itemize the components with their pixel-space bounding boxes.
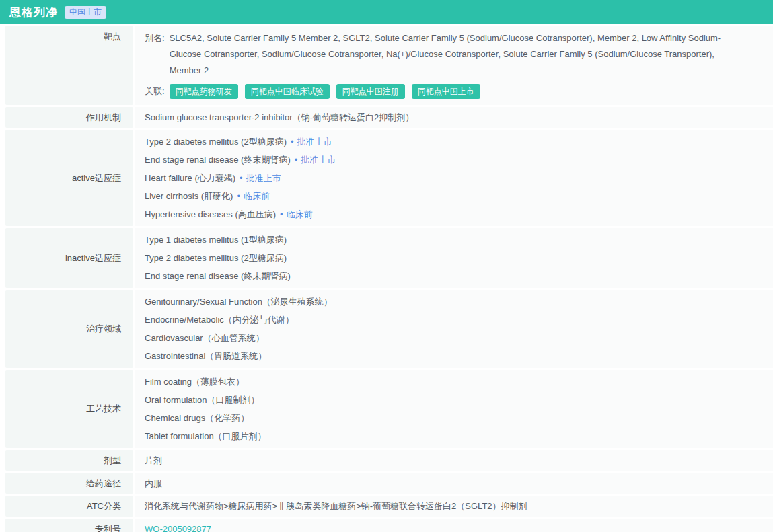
- row-content: Sodium glucose transporter-2 inhibitor（钠…: [135, 107, 773, 128]
- row-label: 治疗领域: [5, 290, 133, 368]
- row-label: inactive适应症: [5, 228, 133, 288]
- row-label: 剂型: [5, 450, 133, 471]
- indication-item: Liver cirrhosis (肝硬化)•临床前: [145, 187, 746, 205]
- info-row: 治疗领域Genitourinary/Sexual Function（泌尿生殖系统…: [0, 290, 773, 368]
- info-row: 专利号WO-2005092877: [0, 519, 773, 532]
- info-row: active适应症Type 2 diabetes mellitus (2型糖尿病…: [0, 130, 773, 226]
- alias-label: 别名:: [145, 30, 165, 79]
- list-item: End stage renal disease (终末期肾病): [145, 267, 746, 285]
- list-item: Cardiovascular（心血管系统）: [145, 329, 746, 347]
- info-row: 给药途径内服: [0, 473, 773, 494]
- alias-value: SLC5A2, Solute Carrier Family 5 Member 2…: [170, 30, 746, 79]
- bullet-separator: •: [291, 137, 294, 147]
- row-value: 内服: [145, 474, 746, 492]
- indication-text: Type 2 diabetes mellitus (2型糖尿病): [145, 137, 287, 147]
- row-label: 靶点: [5, 26, 133, 105]
- patent-link[interactable]: WO-2005092877: [145, 520, 746, 532]
- row-content: Film coating（薄膜包衣）Oral formulation（口服制剂）…: [135, 370, 773, 448]
- list-item: Chemical drugs（化学药）: [145, 409, 746, 427]
- list-item: Oral formulation（口服制剂）: [145, 391, 746, 409]
- row-label: 工艺技术: [5, 370, 133, 448]
- related-target-button[interactable]: 同靶点中国上市: [412, 84, 480, 99]
- row-content: Genitourinary/Sexual Function（泌尿生殖系统）End…: [135, 290, 773, 368]
- list-item: Type 2 diabetes mellitus (2型糖尿病): [145, 249, 746, 267]
- row-label: 给药途径: [5, 473, 133, 494]
- info-row: 作用机制Sodium glucose transporter-2 inhibit…: [0, 107, 773, 128]
- indication-item: Type 2 diabetes mellitus (2型糖尿病)•批准上市: [145, 132, 746, 151]
- bullet-separator: •: [280, 209, 283, 219]
- status-link[interactable]: 批准上市: [297, 137, 332, 147]
- info-row: 靶点别名:SLC5A2, Solute Carrier Family 5 Mem…: [0, 26, 773, 105]
- related-target-button[interactable]: 同靶点药物研发: [170, 84, 238, 99]
- status-link[interactable]: 临床前: [244, 191, 270, 201]
- related-target-button[interactable]: 同靶点中国注册: [336, 84, 405, 99]
- row-label: active适应症: [5, 130, 133, 226]
- status-link[interactable]: 临床前: [287, 209, 313, 219]
- drug-name-title: 恩格列净: [9, 5, 58, 20]
- row-label: ATC分类: [5, 496, 133, 517]
- indication-text: End stage renal disease (终末期肾病): [145, 155, 291, 165]
- market-status-badge: 中国上市: [65, 6, 106, 19]
- bullet-separator: •: [237, 191, 240, 201]
- row-content: 片剂: [135, 450, 773, 471]
- drug-info-table: 靶点别名:SLC5A2, Solute Carrier Family 5 Mem…: [0, 24, 773, 532]
- row-value: 消化系统与代谢药物>糖尿病用药>非胰岛素类降血糖药>钠-葡萄糖联合转运蛋白2（S…: [145, 497, 746, 515]
- alias-line: 别名:SLC5A2, Solute Carrier Family 5 Membe…: [145, 30, 746, 79]
- status-link[interactable]: 批准上市: [301, 155, 336, 165]
- indication-text: Hypertensive diseases (高血压病): [145, 209, 276, 219]
- row-content: WO-2005092877: [135, 519, 773, 532]
- row-content: 消化系统与代谢药物>糖尿病用药>非胰岛素类降血糖药>钠-葡萄糖联合转运蛋白2（S…: [135, 496, 773, 517]
- indication-text: Liver cirrhosis (肝硬化): [145, 191, 233, 201]
- status-link[interactable]: 批准上市: [246, 173, 281, 183]
- indication-item: Hypertensive diseases (高血压病)•临床前: [145, 205, 746, 223]
- related-target-button[interactable]: 同靶点中国临床试验: [245, 84, 330, 99]
- list-item: Film coating（薄膜包衣）: [145, 373, 746, 391]
- list-item: Endocrine/Metabolic（内分泌与代谢）: [145, 311, 746, 329]
- row-value: 片剂: [145, 451, 746, 469]
- relation-line: 关联:同靶点药物研发同靶点中国临床试验同靶点中国注册同靶点中国上市: [145, 83, 746, 100]
- info-row: ATC分类消化系统与代谢药物>糖尿病用药>非胰岛素类降血糖药>钠-葡萄糖联合转运…: [0, 496, 773, 517]
- info-row: 剂型片剂: [0, 450, 773, 471]
- indication-item: End stage renal disease (终末期肾病)•批准上市: [145, 151, 746, 169]
- list-item: Gastrointestinal（胃肠道系统）: [145, 347, 746, 365]
- indication-item: Heart failure (心力衰竭)•批准上市: [145, 169, 746, 187]
- row-value: Sodium glucose transporter-2 inhibitor（钠…: [145, 108, 746, 126]
- relation-label: 关联:: [145, 83, 165, 100]
- list-item: Tablet formulation（口服片剂）: [145, 427, 746, 445]
- indication-text: Heart failure (心力衰竭): [145, 173, 235, 183]
- bullet-separator: •: [240, 173, 243, 183]
- page-header: 恩格列净 中国上市: [0, 0, 773, 24]
- list-item: Type 1 diabetes mellitus (1型糖尿病): [145, 231, 746, 249]
- info-row: inactive适应症Type 1 diabetes mellitus (1型糖…: [0, 228, 773, 288]
- row-content: Type 1 diabetes mellitus (1型糖尿病)Type 2 d…: [135, 228, 773, 288]
- row-content: 内服: [135, 473, 773, 494]
- row-label: 作用机制: [5, 107, 133, 128]
- bullet-separator: •: [295, 155, 298, 165]
- row-content: 别名:SLC5A2, Solute Carrier Family 5 Membe…: [135, 26, 773, 105]
- list-item: Genitourinary/Sexual Function（泌尿生殖系统）: [145, 293, 746, 311]
- row-content: Type 2 diabetes mellitus (2型糖尿病)•批准上市End…: [135, 130, 773, 226]
- info-row: 工艺技术Film coating（薄膜包衣）Oral formulation（口…: [0, 370, 773, 448]
- row-label: 专利号: [5, 519, 133, 532]
